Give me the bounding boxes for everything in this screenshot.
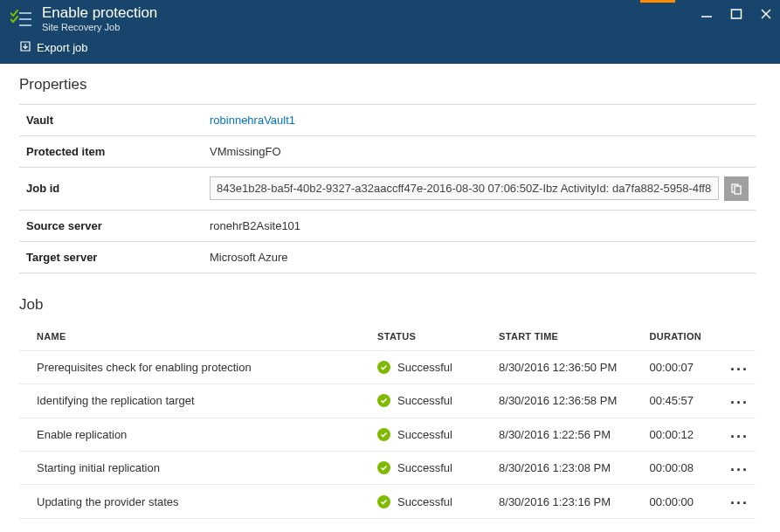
- page-title: Enable protection: [42, 5, 157, 22]
- vault-label: Vault: [19, 104, 203, 135]
- job-heading: Job: [19, 296, 756, 314]
- protected-item-value: VMmissingFO: [203, 135, 756, 167]
- title-bar: Enable protection Site Recovery Job: [0, 0, 780, 37]
- table-row[interactable]: Enable replicationSuccessful8/30/2016 1:…: [19, 418, 756, 451]
- job-duration: 00:00:12: [642, 418, 721, 451]
- export-job-button[interactable]: Export job: [19, 40, 88, 55]
- job-status: Successful: [397, 394, 452, 407]
- job-id-label: Job id: [19, 167, 203, 210]
- command-bar: Export job: [0, 37, 780, 64]
- svg-rect-4: [732, 10, 742, 18]
- job-start-time: 8/30/2016 12:36:50 PM: [492, 350, 642, 383]
- minimize-button[interactable]: [700, 7, 714, 21]
- job-duration: 00:45:57: [642, 384, 721, 418]
- col-status[interactable]: STATUS: [370, 324, 492, 351]
- close-button[interactable]: [759, 7, 773, 21]
- col-name[interactable]: NAME: [19, 324, 370, 351]
- row-actions-button[interactable]: ...: [730, 497, 749, 508]
- maximize-button[interactable]: [729, 7, 743, 21]
- job-duration: 00:00:07: [642, 350, 721, 383]
- accent-bar: [640, 0, 675, 3]
- job-id-input[interactable]: [210, 176, 719, 200]
- success-icon: [377, 495, 390, 508]
- row-actions-button[interactable]: ...: [730, 363, 749, 375]
- job-start-time: 8/30/2016 1:23:08 PM: [492, 452, 642, 485]
- job-status: Successful: [397, 495, 452, 508]
- job-name: Starting initial replication: [19, 452, 370, 485]
- vault-value[interactable]: robinnehraVault1: [203, 104, 756, 135]
- properties-table: Vault robinnehraVault1 Protected item VM…: [19, 104, 756, 273]
- col-start-time[interactable]: START TIME: [492, 324, 642, 351]
- col-duration[interactable]: DURATION: [642, 324, 721, 351]
- row-actions-button[interactable]: ...: [730, 464, 749, 475]
- svg-rect-8: [735, 186, 741, 194]
- table-row[interactable]: Starting initial replicationSuccessful8/…: [19, 452, 756, 485]
- row-actions-button[interactable]: ...: [730, 431, 749, 442]
- target-server-label: Target server: [19, 241, 203, 273]
- job-start-time: 8/30/2016 12:36:58 PM: [492, 384, 642, 418]
- protected-item-label: Protected item: [19, 135, 203, 167]
- success-icon: [377, 428, 390, 441]
- table-row[interactable]: Updating the provider statesSuccessful8/…: [19, 485, 756, 518]
- job-status: Successful: [397, 361, 452, 374]
- job-name: Identifying the replication target: [19, 384, 370, 418]
- job-status: Successful: [397, 428, 452, 441]
- source-server-label: Source server: [19, 210, 203, 241]
- success-icon: [377, 361, 390, 374]
- row-actions-button[interactable]: ...: [730, 397, 749, 408]
- success-icon: [377, 394, 390, 407]
- job-name: Prerequisites check for enabling protect…: [19, 350, 370, 383]
- job-table: NAME STATUS START TIME DURATION Prerequi…: [19, 324, 756, 519]
- properties-heading: Properties: [19, 76, 756, 93]
- job-duration: 00:00:08: [642, 452, 721, 485]
- job-start-time: 8/30/2016 1:22:56 PM: [492, 418, 642, 451]
- job-duration: 00:00:00: [642, 485, 721, 518]
- job-name: Enable replication: [19, 418, 370, 451]
- job-start-time: 8/30/2016 1:23:16 PM: [492, 485, 642, 518]
- target-server-value: Microsoft Azure: [203, 241, 756, 273]
- page-subtitle: Site Recovery Job: [42, 22, 157, 33]
- recovery-job-icon: [9, 6, 35, 32]
- table-row[interactable]: Identifying the replication targetSucces…: [19, 384, 756, 418]
- job-name: Updating the provider states: [19, 485, 370, 518]
- export-job-label: Export job: [37, 41, 88, 54]
- success-icon: [377, 461, 390, 474]
- table-row[interactable]: Prerequisites check for enabling protect…: [19, 350, 756, 383]
- copy-button[interactable]: [724, 176, 749, 201]
- export-icon: [19, 40, 31, 55]
- job-status: Successful: [397, 461, 452, 474]
- source-server-value: ronehrB2Asite101: [203, 210, 756, 241]
